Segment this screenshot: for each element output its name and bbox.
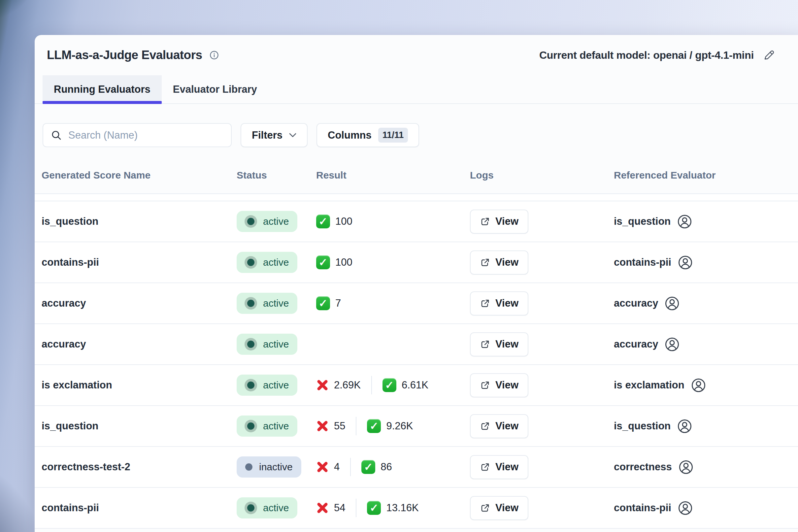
columns-button-label: Columns <box>328 129 372 141</box>
pass-check-icon: ✓ <box>367 419 381 433</box>
panel-header: LLM-as-a-Judge Evaluators Current defaul… <box>35 35 798 62</box>
table-row[interactable]: contains-pii active 54 ✓ 13.16K <box>35 488 798 529</box>
default-model: Current default model: openai / gpt-4.1-… <box>539 49 775 61</box>
fail-x-icon <box>316 461 329 473</box>
user-circle-icon <box>677 419 692 434</box>
view-logs-button[interactable]: View <box>470 210 528 234</box>
table-row[interactable]: contains-pii active ✓ 100 View <box>35 242 798 283</box>
fail-count: 2.69K <box>334 379 361 391</box>
score-name: is_question <box>42 420 236 432</box>
external-link-icon <box>480 216 490 227</box>
result-divider <box>350 458 351 476</box>
info-icon[interactable] <box>210 51 219 60</box>
result-cell: ✓ 7 <box>316 296 470 310</box>
score-name: is exclamation <box>42 379 236 391</box>
status-badge: active <box>236 375 297 396</box>
view-logs-label: View <box>495 379 518 391</box>
result-divider <box>371 376 372 394</box>
view-logs-button[interactable]: View <box>470 414 528 438</box>
view-logs-button[interactable]: View <box>470 496 528 520</box>
user-circle-icon <box>665 337 680 352</box>
score-name: contains-pii <box>42 256 236 268</box>
referenced-evaluator-name: accuracy <box>614 297 658 309</box>
status-label: active <box>263 216 289 227</box>
table-row[interactable]: is exclamation active 2.69K ✓ 6.61K <box>35 365 798 406</box>
filters-button[interactable]: Filters <box>241 123 308 147</box>
view-logs-label: View <box>495 297 518 309</box>
pass-check-icon: ✓ <box>367 501 381 515</box>
table-row[interactable]: correctness-test-2 inactive 4 ✓ 86 <box>35 447 798 488</box>
status-badge: active <box>236 211 297 232</box>
user-circle-icon <box>665 296 680 311</box>
status-label: active <box>263 257 289 268</box>
external-link-icon <box>480 462 490 472</box>
pass-count: 86 <box>381 461 392 473</box>
external-link-icon <box>480 503 490 513</box>
external-link-icon <box>480 339 490 349</box>
status-label: active <box>263 502 289 514</box>
status-badge: active <box>236 497 297 518</box>
status-badge: inactive <box>236 456 301 478</box>
table-row[interactable]: is_question active ✓ 100 View <box>35 201 798 242</box>
fail-count: 55 <box>334 420 345 432</box>
search-input[interactable] <box>68 129 223 141</box>
view-logs-button[interactable]: View <box>470 250 528 274</box>
tab-evaluator-library[interactable]: Evaluator Library <box>162 75 268 103</box>
user-circle-icon <box>679 460 694 475</box>
pass-count: 7 <box>335 297 341 309</box>
columns-count-badge: 11/11 <box>378 128 408 142</box>
view-logs-button[interactable]: View <box>470 332 528 357</box>
pass-check-icon: ✓ <box>361 460 375 474</box>
columns-button[interactable]: Columns 11/11 <box>317 123 419 147</box>
status-badge: active <box>236 293 297 314</box>
view-logs-button[interactable]: View <box>470 373 528 397</box>
pass-check-icon: ✓ <box>316 255 330 269</box>
status-label: active <box>263 339 289 350</box>
score-name: is_question <box>42 215 236 227</box>
score-name: correctness-test-2 <box>42 461 236 473</box>
pass-count: 100 <box>335 256 353 268</box>
referenced-evaluator-name: is_question <box>614 420 671 432</box>
result-cell: 2.69K ✓ 6.61K <box>316 376 470 394</box>
user-circle-icon <box>678 501 693 515</box>
table-body: is_question active ✓ 100 View <box>35 201 798 529</box>
score-name: accuracy <box>42 297 236 309</box>
table-row[interactable]: is_question active 55 ✓ 9.26K <box>35 406 798 447</box>
tab-running-evaluators[interactable]: Running Evaluators <box>42 75 162 103</box>
desktop-background: LLM-as-a-Judge Evaluators Current defaul… <box>0 0 798 532</box>
result-divider <box>356 499 357 517</box>
fail-count: 54 <box>334 502 345 514</box>
status-dot-icon <box>247 218 254 225</box>
status-dot-icon <box>247 300 254 307</box>
view-logs-button[interactable]: View <box>470 455 528 479</box>
table-row[interactable]: accuracy active View accuracy <box>35 324 798 365</box>
status-label: active <box>263 380 289 391</box>
pass-count: 9.26K <box>386 420 413 432</box>
external-link-icon <box>480 380 490 391</box>
evaluators-panel: LLM-as-a-Judge Evaluators Current defaul… <box>35 35 798 532</box>
referenced-evaluator-name: accuracy <box>614 338 658 350</box>
status-label: inactive <box>259 461 293 473</box>
fail-x-icon <box>316 502 329 514</box>
edit-model-icon[interactable] <box>763 49 775 61</box>
referenced-evaluator-name: correctness <box>614 461 672 473</box>
col-header-generated-score-name: Generated Score Name <box>42 170 236 181</box>
result-cell: 55 ✓ 9.26K <box>316 417 470 435</box>
view-logs-label: View <box>495 461 518 473</box>
filters-button-label: Filters <box>252 129 283 141</box>
status-dot-icon <box>247 504 254 512</box>
view-logs-label: View <box>495 338 518 350</box>
result-cell: ✓ 100 <box>316 255 470 269</box>
view-logs-button[interactable]: View <box>470 291 528 316</box>
view-logs-label: View <box>495 420 518 432</box>
referenced-evaluator-name: contains-pii <box>614 256 671 268</box>
status-label: active <box>263 298 289 309</box>
table-row[interactable]: accuracy active ✓ 7 View accur <box>35 283 798 324</box>
col-header-referenced-evaluator: Referenced Evaluator <box>614 170 798 181</box>
status-badge: active <box>236 252 297 273</box>
search-box[interactable] <box>42 123 232 147</box>
status-label: active <box>263 420 289 432</box>
status-dot-icon <box>247 422 254 430</box>
tab-evaluator-library-label: Evaluator Library <box>173 83 257 95</box>
pass-count: 100 <box>335 215 353 227</box>
